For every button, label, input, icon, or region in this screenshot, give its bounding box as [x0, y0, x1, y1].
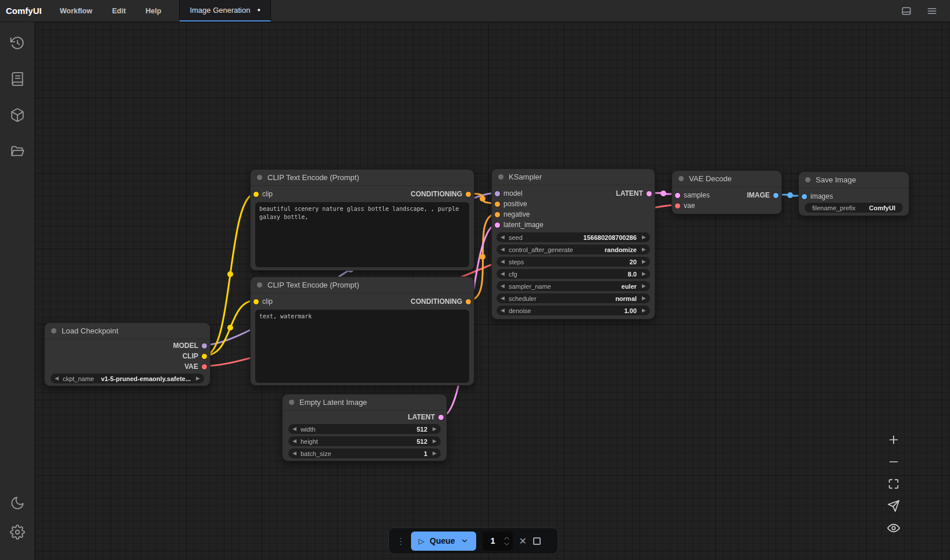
output-dot-conditioning[interactable]	[466, 192, 471, 197]
widget-seed[interactable]: ◀ seed 156680208700286 ▶	[497, 232, 650, 242]
increment-arrow-icon[interactable]: ▶	[433, 451, 437, 456]
menu-help[interactable]: Help	[135, 0, 171, 21]
increment-arrow-icon[interactable]: ▶	[642, 283, 646, 289]
widget-sampler-name[interactable]: ◀ sampler_name euler ▶	[497, 281, 650, 291]
input-dot-clip[interactable]	[253, 192, 259, 197]
increment-arrow-icon[interactable]: ▶	[642, 247, 646, 252]
queue-button[interactable]: ▷ Queue	[411, 532, 476, 551]
node-title: Empty Latent Image	[299, 398, 367, 407]
decrement-arrow-icon[interactable]: ◀	[292, 451, 297, 456]
input-dot-positive[interactable]	[495, 202, 500, 207]
decrement-arrow-icon[interactable]: ◀	[55, 376, 59, 381]
sidebar-model-library-button[interactable]	[6, 103, 29, 127]
collapse-dot[interactable]	[289, 400, 294, 405]
widget-batch-size[interactable]: ◀ batch_size 1 ▶	[288, 448, 441, 458]
collapse-dot[interactable]	[257, 282, 262, 288]
node-header[interactable]: Empty Latent Image	[283, 394, 447, 411]
drag-handle[interactable]: ⋮	[397, 537, 405, 545]
widget-steps[interactable]: ◀ steps 20 ▶	[497, 257, 650, 267]
node-header[interactable]: CLIP Text Encode (Prompt)	[251, 170, 474, 186]
input-dot-clip[interactable]	[253, 299, 259, 304]
toggle-bottom-panel-button[interactable]	[897, 2, 916, 20]
sidebar-workflows-button[interactable]	[6, 139, 29, 163]
sidebar-workflow-history-button[interactable]	[6, 31, 29, 55]
input-dot-negative[interactable]	[495, 212, 500, 217]
widget-filename-prefix[interactable]: filename_prefix ComfyUI	[805, 203, 903, 213]
output-dot-model[interactable]	[202, 343, 207, 349]
toggle-link-visibility-button[interactable]	[886, 520, 901, 536]
output-dot-conditioning[interactable]	[466, 299, 471, 304]
decrement-arrow-icon[interactable]: ◀	[501, 235, 505, 240]
widget-height[interactable]: ◀ height 512 ▶	[288, 436, 441, 446]
collapse-dot[interactable]	[805, 177, 810, 182]
decrement-arrow-icon[interactable]: ◀	[501, 283, 505, 289]
node-ksampler[interactable]: KSampler model LATENT positive negative	[491, 168, 655, 320]
decrement-arrow-icon[interactable]: ◀	[501, 271, 505, 277]
input-dot-samples[interactable]	[675, 193, 680, 198]
interrupt-button[interactable]	[533, 537, 541, 545]
batch-count-input[interactable]: 1	[483, 532, 513, 551]
increment-arrow-icon[interactable]: ▶	[642, 308, 646, 313]
node-header[interactable]: VAE Decode	[672, 171, 781, 187]
hamburger-menu-button[interactable]	[922, 2, 942, 20]
widget-width[interactable]: ◀ width 512 ▶	[288, 424, 441, 434]
node-header[interactable]: Load Checkpoint	[45, 323, 210, 339]
widget-cfg[interactable]: ◀ cfg 8.0 ▶	[497, 269, 650, 279]
collapse-dot[interactable]	[498, 174, 503, 180]
node-vae-decode[interactable]: VAE Decode samples IMAGE vae	[672, 170, 782, 214]
stepper-down-icon[interactable]	[503, 542, 510, 547]
clear-queue-button[interactable]: ✕	[519, 536, 527, 547]
menu-edit[interactable]: Edit	[102, 0, 136, 21]
collapse-dot[interactable]	[257, 175, 262, 180]
tab-image-generation[interactable]: Image Generation ●	[179, 0, 271, 21]
node-header[interactable]: CLIP Text Encode (Prompt)	[251, 277, 474, 293]
node-clip-text-encode-negative[interactable]: CLIP Text Encode (Prompt) clip CONDITION…	[250, 277, 474, 386]
collapse-dot[interactable]	[51, 328, 56, 333]
sidebar-queue-button[interactable]	[6, 67, 29, 91]
play-icon: ▷	[419, 537, 424, 545]
node-header[interactable]: Save Image	[799, 172, 909, 188]
node-header[interactable]: KSampler	[492, 169, 655, 185]
node-load-checkpoint[interactable]: Load Checkpoint MODEL CLIP VAE ◀ ckpt_na…	[44, 322, 210, 386]
zoom-out-button[interactable]	[886, 454, 901, 469]
increment-arrow-icon[interactable]: ▶	[642, 259, 646, 264]
collapse-dot[interactable]	[678, 176, 684, 181]
stepper-up-icon[interactable]	[503, 536, 510, 540]
widget-scheduler[interactable]: ◀ scheduler normal ▶	[497, 293, 650, 303]
node-empty-latent-image[interactable]: Empty Latent Image LATENT ◀ width 512 ▶ …	[282, 394, 447, 461]
select-mode-button[interactable]	[886, 498, 901, 514]
widget-denoise[interactable]: ◀ denoise 1.00 ▶	[497, 306, 650, 315]
menu-workflow[interactable]: Workflow	[50, 0, 102, 21]
widget-ckpt-name[interactable]: ◀ ckpt_name v1-5-pruned-emaonly.safete..…	[51, 374, 204, 383]
decrement-arrow-icon[interactable]: ◀	[501, 247, 505, 252]
output-dot-clip[interactable]	[202, 354, 207, 359]
increment-arrow-icon[interactable]: ▶	[642, 271, 646, 277]
settings-button[interactable]	[6, 520, 29, 544]
output-dot-latent[interactable]	[438, 415, 444, 420]
input-dot-vae[interactable]	[675, 203, 680, 209]
output-dot-image[interactable]	[773, 193, 778, 198]
decrement-arrow-icon[interactable]: ◀	[292, 426, 297, 432]
increment-arrow-icon[interactable]: ▶	[642, 296, 646, 301]
output-dot-latent[interactable]	[647, 191, 652, 196]
input-dot-latent-image[interactable]	[495, 222, 500, 228]
prompt-textarea[interactable]: beautiful scenery nature glass bottle la…	[255, 202, 469, 267]
decrement-arrow-icon[interactable]: ◀	[501, 259, 505, 264]
input-dot-images[interactable]	[802, 194, 807, 199]
increment-arrow-icon[interactable]: ▶	[642, 235, 646, 240]
zoom-in-button[interactable]	[886, 432, 901, 447]
decrement-arrow-icon[interactable]: ◀	[292, 439, 297, 444]
prompt-textarea[interactable]: text, watermark	[255, 310, 469, 383]
increment-arrow-icon[interactable]: ▶	[433, 426, 437, 432]
node-clip-text-encode-positive[interactable]: CLIP Text Encode (Prompt) clip CONDITION…	[250, 169, 474, 271]
decrement-arrow-icon[interactable]: ◀	[501, 308, 505, 313]
fit-view-button[interactable]	[886, 476, 901, 491]
widget-control-after-generate[interactable]: ◀ control_after_generate randomize ▶	[497, 245, 650, 254]
increment-arrow-icon[interactable]: ▶	[196, 376, 200, 381]
increment-arrow-icon[interactable]: ▶	[433, 439, 437, 444]
theme-toggle-button[interactable]	[6, 491, 29, 515]
decrement-arrow-icon[interactable]: ◀	[501, 296, 505, 301]
node-save-image[interactable]: Save Image images filename_prefix ComfyU…	[798, 171, 909, 216]
output-dot-vae[interactable]	[202, 364, 207, 369]
input-dot-model[interactable]	[495, 191, 500, 196]
